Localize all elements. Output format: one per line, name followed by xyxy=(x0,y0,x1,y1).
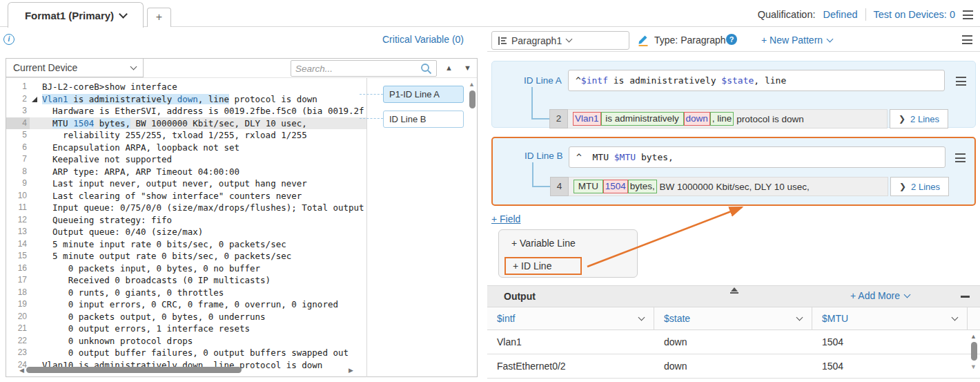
code-line[interactable]: 13 Output queue: 0/40 (size/max) xyxy=(6,226,366,238)
code-line[interactable]: 18 0 runts, 0 giants, 0 throttles xyxy=(6,287,366,299)
device-dropdown[interactable]: Current Device xyxy=(6,58,144,77)
code-line[interactable]: 4 MTU 1504 bytes, BW 1000000 Kbit/sec, D… xyxy=(6,117,366,130)
gutter-spacer xyxy=(30,274,42,287)
chevron-down-icon xyxy=(827,35,834,42)
new-pattern-button[interactable]: + New Pattern xyxy=(761,35,832,46)
scroll-up-icon[interactable]: ▲ xyxy=(970,333,977,340)
code-line[interactable]: 10 Last clearing of "show interface" cou… xyxy=(6,190,366,202)
gutter-spacer xyxy=(30,347,42,359)
qualification-value-link[interactable]: Defined xyxy=(823,9,858,20)
menu-item-variable-line[interactable]: + Variable Line xyxy=(511,238,576,249)
menu-item-id-line[interactable]: + ID Line xyxy=(504,257,582,275)
type-label: Type: Paragraph xyxy=(654,35,726,46)
code-area[interactable]: 1BJ-L2-coreB>show interface2Vlan1 is adm… xyxy=(6,78,366,376)
column-header[interactable]: $state xyxy=(654,307,812,330)
info-icon[interactable]: i xyxy=(3,34,14,45)
matched-line-text: MTU 1504bytes, BW 1000000 Kbit/sec, DLY … xyxy=(569,177,888,196)
code-line[interactable]: 14 5 minute input rate 0 bits/sec, 0 pac… xyxy=(6,238,366,251)
code-line[interactable]: 3 Hardware is EtherSVI, address is 0019.… xyxy=(6,105,366,117)
search-icon[interactable] xyxy=(420,63,432,75)
help-icon[interactable]: ? xyxy=(726,34,737,45)
add-tab-button[interactable]: + xyxy=(147,8,171,27)
gutter-spacer xyxy=(30,142,42,154)
code-line[interactable]: 15 5 minute output rate 0 bits/sec, 0 pa… xyxy=(6,250,366,262)
gutter-spacer xyxy=(30,81,42,93)
search-input[interactable] xyxy=(295,64,420,74)
code-line[interactable]: 19 0 input errors, 0 CRC, 0 frame, 0 ove… xyxy=(6,298,366,311)
code-line[interactable]: 2Vlan1 is administratively down, line pr… xyxy=(6,93,366,106)
gutter-spacer xyxy=(30,166,42,178)
code-line[interactable]: 5 reliability 255/255, txload 1/255, rxl… xyxy=(6,129,366,142)
paragraph-dropdown-value: Paragraph1 xyxy=(511,35,562,46)
gutter-spacer xyxy=(30,153,42,166)
code-line[interactable]: 8 ARP type: ARPA, ARP Timeout 04:00:00 xyxy=(6,166,366,178)
vertical-scrollbar-thumb[interactable] xyxy=(971,342,977,361)
lines-count-label: 2 Lines xyxy=(911,182,940,192)
code-line[interactable]: 21 0 output errors, 1 interface resets xyxy=(6,323,366,335)
code-line[interactable]: 11 Input queue: 0/75/0/0 (size/max/drops… xyxy=(6,202,366,214)
test-on-devices-link[interactable]: Test on Devices: 0 xyxy=(874,9,955,20)
code-line[interactable]: 9 Last input never, output never, output… xyxy=(6,178,366,190)
code-line[interactable]: 7 Keepalive not supported xyxy=(6,153,366,166)
paragraph-dropdown[interactable]: Paragraph1 xyxy=(491,31,629,50)
gutter-spacer xyxy=(30,262,42,275)
line-label-p1-id-line-a[interactable]: P1-ID Line A xyxy=(383,86,464,103)
vertical-scrollbar-thumb[interactable] xyxy=(469,90,476,108)
matched-line-row[interactable]: 2 Vlan1 is administratively down, line p… xyxy=(549,109,948,128)
connector xyxy=(532,186,550,187)
scroll-up-icon[interactable]: ▲ xyxy=(469,81,475,88)
matched-line-row[interactable]: 4 MTU 1504bytes, BW 1000000 Kbit/sec, DL… xyxy=(550,177,949,196)
id-line-b-card: ID Line B ^ MTU $MTU bytes, 4 MTU 1504by… xyxy=(491,137,976,206)
gutter-spacer xyxy=(30,190,42,202)
code-line[interactable]: 20 0 packets output, 0 bytes, 0 underrun… xyxy=(6,311,366,323)
divider xyxy=(487,51,980,52)
pattern-menu-icon[interactable] xyxy=(962,35,972,44)
lines-expand-button[interactable]: ❯ 2 Lines xyxy=(890,109,948,128)
previous-match-button[interactable]: ▲ xyxy=(445,64,453,72)
fold-icon[interactable] xyxy=(30,93,42,106)
chevron-down-icon xyxy=(566,36,573,43)
tab-format1[interactable]: Format1 (Primary) xyxy=(8,2,144,28)
horizontal-scrollbar-thumb[interactable] xyxy=(26,367,242,373)
code-line[interactable]: 6 Encapsulation ARPA, loopback not set xyxy=(6,142,366,154)
id-line-b-pattern-input[interactable]: ^ MTU $MTU bytes, xyxy=(569,146,945,168)
topbar-menu-icon[interactable] xyxy=(963,10,973,19)
scroll-left-icon[interactable]: ◀ xyxy=(19,367,24,374)
add-more-button[interactable]: + Add More xyxy=(850,290,910,301)
edit-pencil-icon[interactable] xyxy=(637,33,649,46)
connector xyxy=(531,118,549,120)
table-row[interactable]: Vlan1down1504 xyxy=(487,330,980,354)
column-header[interactable]: $intf xyxy=(487,307,654,330)
gutter-spacer xyxy=(30,335,42,347)
code-line[interactable]: 12 Queueing strategy: fifo xyxy=(6,214,366,227)
gutter-spacer xyxy=(30,226,42,238)
id-line-a-card: ID Line A ^$intf is administratively $st… xyxy=(491,61,976,128)
code-line[interactable]: 16 0 packets input, 0 bytes, 0 no buffer xyxy=(6,262,366,275)
add-field-link[interactable]: + Field xyxy=(491,213,520,225)
column-header[interactable]: $MTU xyxy=(812,307,968,330)
code-line[interactable]: 1BJ-L2-coreB>show interface xyxy=(6,81,366,93)
gutter-spacer xyxy=(30,287,42,299)
scroll-down-icon[interactable]: ▼ xyxy=(970,363,977,370)
chevron-down-icon xyxy=(796,314,803,321)
id-line-a-label: ID Line A xyxy=(524,75,562,86)
id-line-a-menu-icon[interactable] xyxy=(956,77,966,86)
code-line[interactable]: 23 0 output buffer failures, 0 output bu… xyxy=(6,347,366,359)
collapse-panel-icon[interactable] xyxy=(729,287,739,294)
lines-expand-button[interactable]: ❯ 2 Lines xyxy=(890,177,949,196)
id-line-b-menu-icon[interactable] xyxy=(955,153,966,162)
output-table-body: Vlan1down1504FastEthernet0/2down1504 xyxy=(487,330,980,379)
table-cell: 1504 xyxy=(812,330,968,354)
line-label-id-line-b[interactable]: ID Line B xyxy=(383,111,464,128)
scroll-right-icon[interactable]: ▶ xyxy=(349,367,353,374)
gutter-spacer xyxy=(30,238,42,251)
minimize-icon[interactable] xyxy=(961,296,970,298)
connector xyxy=(531,87,533,120)
table-row[interactable]: FastEthernet0/2down1504 xyxy=(487,354,980,379)
next-match-button[interactable]: ▼ xyxy=(464,64,471,72)
id-line-a-pattern-input[interactable]: ^$intf is administratively $state, line xyxy=(568,70,945,91)
critical-variable-link[interactable]: Critical Variable (0) xyxy=(359,34,464,45)
code-line[interactable]: 22 0 unknown protocol drops xyxy=(6,335,366,347)
connector-dash xyxy=(360,118,383,119)
code-line[interactable]: 17 Received 0 broadcasts (0 IP multicast… xyxy=(6,274,366,287)
